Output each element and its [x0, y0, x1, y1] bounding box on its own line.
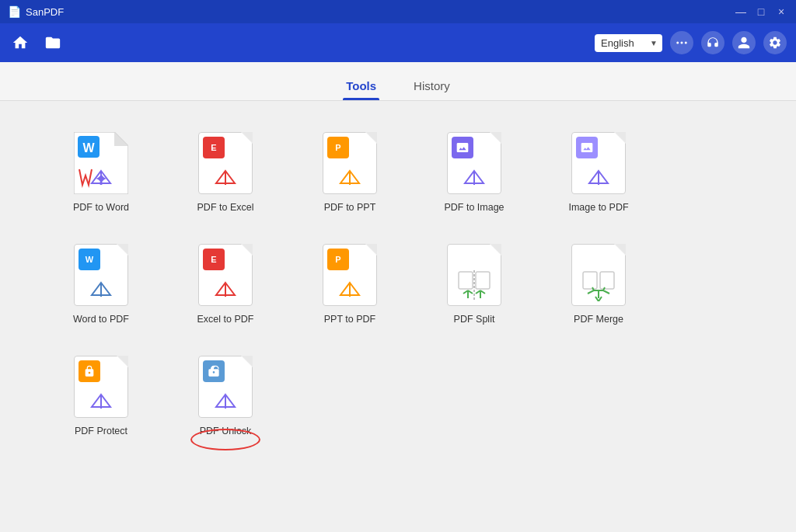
tool-word-to-pdf[interactable]: W Word to PDF — [62, 244, 140, 325]
tool-pdf-merge[interactable]: PDF Merge — [560, 244, 637, 325]
tool-pdf-to-excel[interactable]: E PDF to Excel — [187, 132, 264, 213]
tool-pdf-protect[interactable]: PDF Protect — [62, 356, 140, 436]
unlock-badge — [203, 360, 225, 382]
tool-excel-to-pdf[interactable]: E Excel to PDF — [187, 244, 264, 325]
excel-to-pdf-label: Excel to PDF — [197, 314, 254, 325]
headphone-button[interactable] — [701, 31, 724, 54]
settings-button[interactable] — [763, 31, 787, 54]
acrobat-symbol-protect — [74, 393, 128, 410]
split-icon — [447, 270, 501, 301]
img-to-pdf-badge — [576, 137, 598, 158]
minimize-button[interactable]: — — [734, 5, 748, 19]
svg-point-1 — [681, 42, 683, 44]
tool-ppt-to-pdf[interactable]: P PPT to PDF — [311, 244, 389, 325]
word-to-pdf-label: Word to PDF — [73, 314, 129, 325]
word-badge: W — [79, 249, 100, 270]
svg-marker-4 — [114, 132, 128, 146]
folder-button[interactable] — [42, 32, 64, 54]
tab-history[interactable]: History — [410, 71, 453, 100]
svg-rect-29 — [600, 272, 614, 289]
close-button[interactable]: × — [774, 5, 788, 19]
tool-pdf-unlock[interactable]: PDF Unlock — [187, 356, 264, 436]
pdf-protect-label: PDF Protect — [75, 426, 127, 436]
tool-pdf-to-image[interactable]: PDF to Image — [435, 132, 513, 213]
main-content: W ✦ PDF — [0, 101, 796, 468]
image-badge — [452, 137, 473, 158]
tool-pdf-to-ppt[interactable]: P PDF to PPT — [311, 132, 389, 213]
excel2pdf-badge: E — [203, 249, 225, 270]
user-button[interactable] — [732, 31, 756, 54]
svg-rect-26 — [476, 272, 490, 289]
language-selector[interactable]: English Chinese Japanese ▼ — [595, 34, 662, 52]
nav-bar: English Chinese Japanese ▼ — [0, 23, 796, 62]
tool-row-3: PDF Protect PDF Unlock — [62, 348, 734, 444]
acrobat-symbol — [74, 169, 128, 186]
app-icon: 📄 — [8, 5, 21, 18]
pdf-to-excel-label: PDF to Excel — [197, 202, 254, 213]
tool-pdf-to-word[interactable]: W ✦ PDF — [62, 132, 140, 213]
image-to-pdf-label: Image to PDF — [568, 202, 628, 213]
svg-point-0 — [676, 42, 679, 44]
tab-tools[interactable]: Tools — [343, 71, 379, 100]
tool-pdf-split[interactable]: PDF Split — [435, 244, 513, 325]
pdf-to-image-label: PDF to Image — [444, 202, 504, 213]
pdf-to-word-label: PDF to Word — [73, 202, 129, 213]
svg-rect-25 — [459, 272, 473, 289]
home-button[interactable] — [9, 32, 31, 54]
more-options-button[interactable] — [670, 31, 693, 54]
ppt-badge: P — [327, 137, 349, 158]
app-title: SanPDF — [26, 6, 64, 18]
svg-point-2 — [685, 42, 687, 44]
acrobat-symbol-img2pdf — [571, 169, 626, 186]
tabs-bar: Tools History — [0, 62, 796, 101]
merge-icon — [571, 270, 626, 301]
protect-badge — [79, 360, 100, 382]
tool-image-to-pdf[interactable]: Image to PDF — [560, 132, 637, 213]
tool-row-1: W ✦ PDF — [62, 124, 734, 221]
acrobat-symbol-image — [447, 169, 501, 186]
tool-row-2: W Word to PDF E — [62, 236, 734, 332]
svg-text:W: W — [82, 141, 95, 155]
pdf-split-label: PDF Split — [454, 314, 495, 325]
acrobat-symbol-ppt — [323, 169, 377, 186]
pdf-unlock-label: PDF Unlock — [200, 426, 252, 436]
ppt2pdf-badge: P — [327, 249, 349, 270]
acrobat-symbol-ppt2pdf — [323, 281, 377, 298]
language-dropdown[interactable]: English Chinese Japanese — [595, 34, 662, 52]
pdf-merge-label: PDF Merge — [574, 314, 623, 325]
pdf-to-ppt-label: PDF to PPT — [324, 202, 376, 213]
title-bar: 📄 SanPDF — □ × — [0, 0, 796, 23]
acrobat-symbol-unlock — [198, 393, 253, 410]
acrobat-symbol-excel2pdf — [198, 281, 253, 298]
acrobat-symbol-excel — [198, 169, 253, 186]
svg-rect-28 — [583, 272, 597, 289]
acrobat-symbol-word2pdf — [74, 281, 128, 298]
restore-button[interactable]: □ — [754, 5, 768, 19]
excel-badge: E — [203, 137, 225, 158]
ppt-to-pdf-label: PPT to PDF — [324, 314, 375, 325]
